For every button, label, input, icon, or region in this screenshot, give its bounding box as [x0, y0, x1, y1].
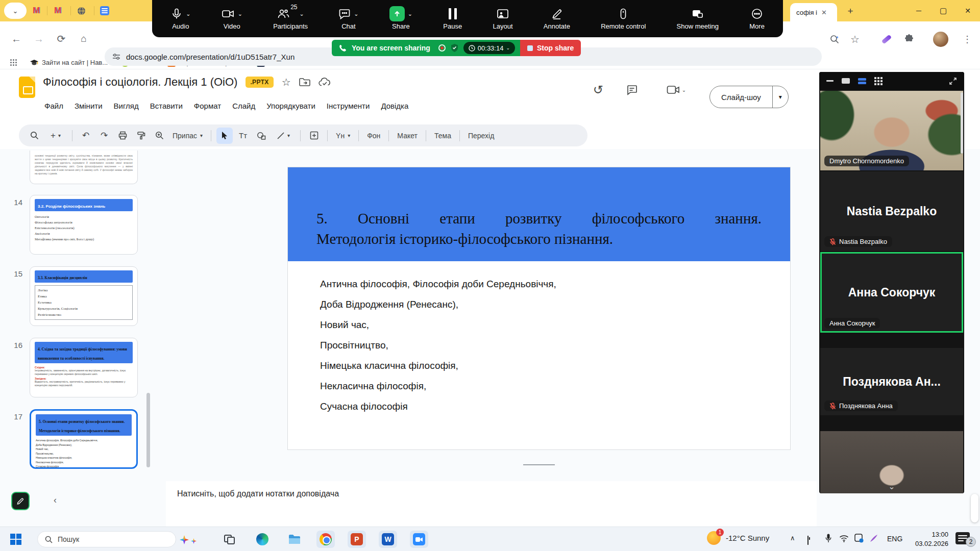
scroll-participants-down-button[interactable]: ⌄	[819, 482, 964, 491]
zoom-level-select[interactable]: Припас▾	[169, 132, 206, 140]
new-tab-button[interactable]: +	[843, 4, 857, 18]
gallery-strip-view-icon[interactable]	[858, 78, 866, 84]
menu-item[interactable]: Довідка	[375, 99, 414, 113]
forward-button[interactable]: →	[31, 31, 47, 47]
chevron-down-icon[interactable]: ⌄	[299, 11, 304, 17]
slide-title-box[interactable]: 5. Основні етапи розвитку філософського …	[288, 167, 790, 261]
home-button[interactable]: ⌂	[76, 31, 92, 47]
file-explorer-button[interactable]	[285, 531, 304, 548]
extensions-button[interactable]	[900, 31, 918, 48]
bookmark-site[interactable]: Зайти на сайт | Нав...	[30, 59, 108, 66]
speaker-view-icon[interactable]	[842, 78, 850, 84]
participant-tile-nastia[interactable]: Nastia Bezpalko Nastia Bezpalko	[820, 171, 963, 251]
word-app-button[interactable]: W	[379, 531, 397, 548]
zoom-app-button[interactable]	[410, 531, 428, 548]
powerpoint-app-button[interactable]: P	[348, 531, 366, 548]
minimize-icon[interactable]	[826, 80, 834, 82]
notes-placeholder[interactable]: Натисніть, щоб додати нотатки доповідача	[177, 489, 339, 498]
edge-app-button[interactable]	[253, 531, 272, 548]
slideshow-button[interactable]: Слайд-шоу ▾	[709, 86, 789, 108]
cloud-saved-icon[interactable]	[318, 78, 331, 87]
profile-avatar[interactable]	[932, 31, 949, 48]
meeting-timer[interactable]: 00:33:14 ⌄	[463, 42, 515, 54]
theme-button[interactable]: Тема	[431, 132, 454, 140]
meet-camera-button[interactable]: ⌄	[662, 80, 691, 100]
slide-thumbnail-16[interactable]: 4. Східна та західна традиції філософува…	[30, 338, 138, 397]
start-button[interactable]	[10, 534, 21, 545]
sync-tray-icon[interactable]	[854, 534, 864, 543]
slides-file-icon[interactable]	[19, 77, 35, 98]
pinned-tab-gmail-2[interactable]: M	[51, 4, 64, 17]
remote-control-button[interactable]: Remote control	[585, 0, 661, 37]
participant-video-dmytro[interactable]: Dmytro Chornomordenko	[820, 91, 963, 170]
window-minimize-button[interactable]: ─	[906, 0, 931, 21]
stop-share-button[interactable]: Stop share	[520, 40, 581, 56]
menu-item[interactable]: Змінити	[69, 99, 108, 113]
task-view-button[interactable]	[220, 531, 238, 548]
font-tool-select[interactable]: Yн▾	[333, 132, 353, 140]
chevron-down-icon[interactable]: ⌄	[408, 11, 412, 17]
annotate-button[interactable]: Annotate	[528, 0, 585, 37]
pinned-tab-gmail-1[interactable]: M	[30, 4, 43, 17]
security-shield-icon[interactable]	[451, 44, 458, 52]
window-maximize-button[interactable]: ▢	[931, 0, 955, 21]
audio-button[interactable]: ⌄ Audio	[155, 0, 206, 37]
taskbar-search[interactable]: Пошук	[37, 531, 176, 547]
extension-pen-button[interactable]	[878, 31, 895, 48]
background-button[interactable]: Фон	[364, 132, 383, 140]
battery-icon[interactable]	[807, 536, 808, 544]
participant-tile-anna-active-speaker[interactable]: Анна Сокорчук Анна Сокорчук	[820, 252, 963, 333]
slide-thumbnail-17-selected[interactable]: 5. Основні етапи розвитку філософського …	[30, 409, 138, 469]
weather-widget[interactable]: 1 -12°C Sunny	[707, 531, 769, 545]
chevron-down-icon[interactable]: ⌄	[354, 11, 358, 17]
reload-button[interactable]: ⟳	[53, 31, 69, 47]
search-tabs-button[interactable]	[826, 31, 843, 48]
tab-search-button[interactable]: ⌄	[4, 3, 27, 19]
insert-shape-button[interactable]	[253, 128, 270, 144]
menu-item[interactable]: Вставити	[144, 99, 188, 113]
pause-button[interactable]: Pause	[428, 0, 477, 37]
menu-item[interactable]: Вигляд	[108, 99, 144, 113]
chevron-down-icon[interactable]: ⌄	[238, 11, 242, 17]
video-button[interactable]: ⌄ Video	[206, 0, 258, 37]
apps-grid-icon[interactable]	[10, 59, 17, 66]
participants-button[interactable]: 25⌄ Participants	[258, 0, 323, 37]
tray-mic-icon[interactable]	[825, 534, 832, 543]
pinned-tab-docs[interactable]	[98, 4, 111, 17]
layout-button-slides[interactable]: Макет	[394, 132, 421, 140]
insert-image-button[interactable]	[306, 128, 322, 144]
slideshow-dropdown[interactable]: ▾	[773, 86, 788, 108]
version-history-button[interactable]: ↺	[588, 80, 608, 100]
browser-menu-button[interactable]: ⋮	[959, 31, 976, 48]
comments-button[interactable]	[622, 80, 642, 100]
add-slide-button[interactable]: +▾	[44, 128, 67, 144]
annotation-tool-button[interactable]	[11, 492, 30, 510]
select-tool-button[interactable]	[216, 128, 233, 144]
slide-thumbnail-15[interactable]: 3.3. Класифікація дисциплін ЛогікаЕтикаЕ…	[30, 266, 138, 326]
record-icon[interactable]	[438, 44, 446, 52]
share-button[interactable]: ⌄ Share	[374, 0, 428, 37]
slide-body[interactable]: Антична філософія, Філософія доби Середн…	[288, 261, 790, 421]
taskbar-clock[interactable]: 13:00 03.02.2026	[913, 530, 948, 548]
pen-tray-icon[interactable]	[869, 533, 879, 543]
expand-icon[interactable]	[949, 77, 957, 85]
wifi-icon[interactable]	[839, 535, 849, 542]
layout-button[interactable]: Layout	[477, 0, 528, 37]
redo-button[interactable]: ↷	[96, 128, 112, 144]
chat-button[interactable]: ⌄ Chat	[323, 0, 374, 37]
scrollbar-thumb[interactable]	[971, 494, 978, 522]
slide-canvas[interactable]: 5. Основні етапи розвитку філософського …	[287, 167, 791, 450]
chevron-down-icon[interactable]: ⌄	[186, 11, 190, 17]
menu-item[interactable]: Формат	[188, 99, 227, 113]
copilot-icon[interactable]	[180, 535, 189, 544]
participant-tile-pozdniakova[interactable]: Позднякова Ан... Позднякова Анна	[820, 348, 963, 415]
close-icon[interactable]: ✕	[821, 9, 827, 16]
text-box-button[interactable]: Tт	[235, 128, 251, 144]
more-button[interactable]: More	[734, 0, 780, 37]
grid-view-icon[interactable]	[874, 77, 883, 85]
print-button[interactable]	[114, 128, 131, 144]
slide-thumbnail-14[interactable]: 3.2. Розділи філософських знань Онтологі…	[30, 195, 138, 255]
slide-thumbnail-13-partial[interactable]: основні тенденції розвитку світу, суспіл…	[30, 151, 138, 184]
document-title[interactable]: Філософія і соціологія. Лекція 1 (ОіО)	[43, 76, 237, 89]
pinned-tab-globe[interactable]	[75, 4, 88, 17]
